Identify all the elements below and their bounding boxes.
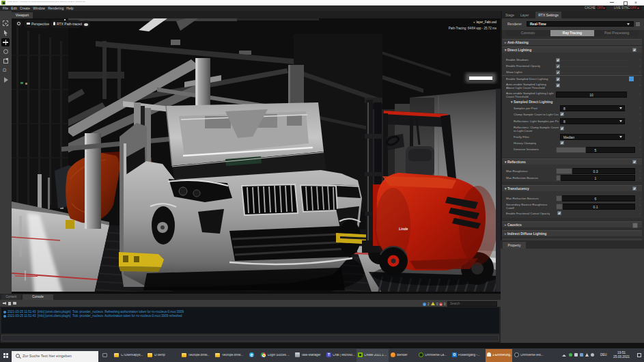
svg-text:Linde: Linde xyxy=(399,227,408,231)
